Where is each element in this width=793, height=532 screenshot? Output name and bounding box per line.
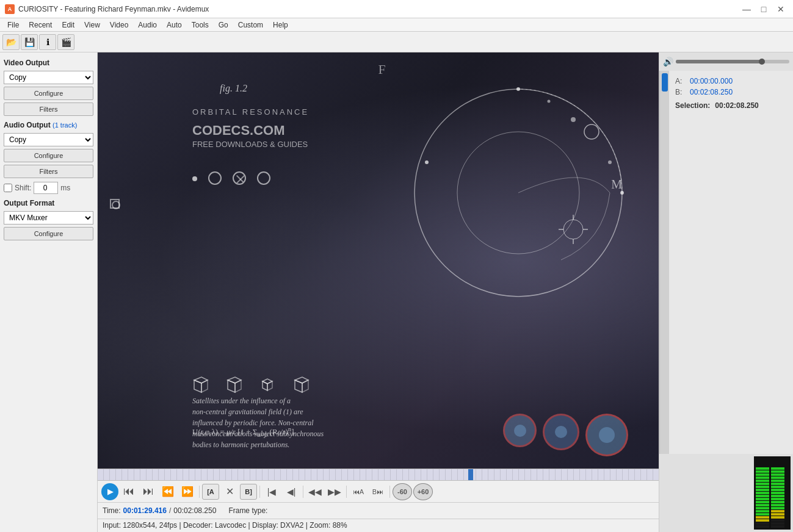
prev-frame-button[interactable]: ◀◀ xyxy=(306,483,324,500)
video-output-dropdown[interactable]: Copy Mpeg4 AVC Mpeg4 ASP xyxy=(4,71,93,84)
svg-marker-17 xyxy=(228,380,235,392)
svg-marker-15 xyxy=(194,377,208,383)
fast-forward-button[interactable]: ⏭ xyxy=(139,483,158,500)
film-reels xyxy=(503,414,628,456)
menu-auto[interactable]: Auto xyxy=(162,20,187,31)
video-preview[interactable]: F fig. 1.2 ORBITAL RESONANCE CODECS.COM … xyxy=(98,52,659,469)
menu-recent[interactable]: Recent xyxy=(24,20,57,31)
segment-button[interactable]: 🎬 xyxy=(57,34,74,50)
shift-label: Shift: xyxy=(15,184,31,192)
svg-marker-22 xyxy=(267,381,272,390)
minus60-button[interactable]: -60 xyxy=(393,483,412,500)
svg-point-6 xyxy=(571,117,576,122)
video-filters-button[interactable]: Filters xyxy=(4,102,93,116)
titlebar-controls: — □ ✕ xyxy=(739,2,788,16)
volume-icon: 🔊 xyxy=(663,57,673,66)
prev-key-button[interactable]: ◀| xyxy=(282,483,300,500)
output-configure-button[interactable]: Configure xyxy=(4,227,93,240)
a-time-row: A: 00:00:00.000 xyxy=(675,76,787,87)
play-button[interactable]: ▶ xyxy=(101,483,118,500)
audio-configure-button[interactable]: Configure xyxy=(4,149,93,162)
menu-custom[interactable]: Custom xyxy=(233,20,268,31)
next-frame-button[interactable]: ▶▶ xyxy=(325,483,344,500)
svg-point-8 xyxy=(548,100,551,103)
menu-video[interactable]: Video xyxy=(105,20,133,31)
titlebar: A CURIOSITY - Featuring Richard Feynman.… xyxy=(0,0,793,18)
vu-channel-2 xyxy=(771,467,784,528)
scroll-thumb[interactable] xyxy=(662,73,668,92)
symbol-row xyxy=(192,171,270,185)
circle-diagram xyxy=(396,71,628,315)
svg-point-1 xyxy=(457,132,579,254)
plus60-button[interactable]: +60 xyxy=(413,483,433,500)
orbital-title: ORBITAL RESONANCE xyxy=(192,107,309,117)
save-button[interactable]: 💾 xyxy=(21,34,38,50)
info-button[interactable]: ℹ xyxy=(39,34,56,50)
minimize-button[interactable]: — xyxy=(739,2,754,16)
separator-3 xyxy=(303,486,303,498)
m-letter: M xyxy=(611,178,622,192)
audio-filters-button[interactable]: Filters xyxy=(4,165,93,178)
clear-button[interactable]: ✕ xyxy=(220,483,239,500)
playhead[interactable] xyxy=(468,469,473,480)
shift-row: Shift: ms xyxy=(4,182,93,194)
close-button[interactable]: ✕ xyxy=(773,2,788,16)
menu-file[interactable]: File xyxy=(2,20,24,31)
formula-text: U(r,φ,λ) = μ/r [1 + Σn=0 (R₀/r)n] xyxy=(192,425,294,438)
output-format-dropdown[interactable]: MKV Muxer MP4 Muxer AVI Muxer xyxy=(4,211,93,225)
svg-marker-16 xyxy=(201,380,208,392)
shift-checkbox[interactable] xyxy=(4,184,12,192)
menu-tools[interactable]: Tools xyxy=(187,20,214,31)
svg-point-26 xyxy=(112,201,120,209)
go-start-button[interactable]: |◀ xyxy=(263,483,281,500)
titlebar-left: A CURIOSITY - Featuring Richard Feynman.… xyxy=(5,4,209,14)
mark-b-button[interactable]: B] xyxy=(240,484,257,500)
menu-go[interactable]: Go xyxy=(214,20,233,31)
svg-marker-20 xyxy=(263,381,267,390)
step-forward-button[interactable]: ⏩ xyxy=(178,483,197,500)
track-info: (1 track) xyxy=(53,121,77,129)
audio-output-dropdown[interactable]: Copy AAC MP3 xyxy=(4,133,93,146)
volume-slider[interactable] xyxy=(676,60,789,63)
vu-channel-1 xyxy=(756,467,769,528)
video-canvas: F fig. 1.2 ORBITAL RESONANCE CODECS.COM … xyxy=(98,52,659,469)
svg-marker-14 xyxy=(194,380,201,392)
svg-marker-21 xyxy=(263,379,272,384)
video-configure-button[interactable]: Configure xyxy=(4,87,93,100)
volume-control: 🔊 xyxy=(659,52,793,71)
menubar: File Recent Edit View Video Audio Auto T… xyxy=(0,18,793,32)
shift-input[interactable] xyxy=(34,182,58,194)
rewind-button[interactable]: ⏮ xyxy=(120,483,138,500)
codecs-sub: FREE DOWNLOADS & GUIDES xyxy=(192,140,308,149)
playback-timeline[interactable] xyxy=(98,469,659,481)
menu-audio[interactable]: Audio xyxy=(133,20,162,31)
time-label: Time: xyxy=(103,506,121,515)
video-output-title: Video Output xyxy=(4,59,93,67)
timeline-background xyxy=(98,469,659,480)
menu-edit[interactable]: Edit xyxy=(57,20,79,31)
separator-5 xyxy=(389,486,390,498)
mark-a-button[interactable]: [A xyxy=(202,484,219,500)
svg-marker-18 xyxy=(228,377,241,383)
go-a-button[interactable]: ⏮A xyxy=(349,483,368,500)
vu-meter xyxy=(754,456,791,530)
go-b-button[interactable]: B⏭ xyxy=(369,483,387,500)
b-time-row: B: 00:02:08.250 xyxy=(675,87,787,98)
controls-row: ▶ ⏮ ⏭ ⏪ ⏩ [A ✕ B] |◀ ◀| ◀◀ ▶▶ ⏮A B⏭ -60 … xyxy=(98,481,659,503)
vu-meter-container xyxy=(659,454,793,532)
menu-view[interactable]: View xyxy=(79,20,105,31)
open-button[interactable]: 📂 xyxy=(2,34,20,50)
volume-fill xyxy=(676,60,761,63)
f-letter: F xyxy=(378,62,386,77)
right-content: A: 00:00:00.000 B: 00:02:08.250 Selectio… xyxy=(659,71,793,454)
maximize-button[interactable]: □ xyxy=(756,2,771,16)
svg-point-7 xyxy=(608,160,612,164)
step-back-button[interactable]: ⏪ xyxy=(159,483,177,500)
selection-value: 00:02:08.250 xyxy=(715,101,758,110)
menu-help[interactable]: Help xyxy=(268,20,293,31)
window-title: CURIOSITY - Featuring Richard Feynman.mk… xyxy=(18,5,209,13)
video-container: F fig. 1.2 ORBITAL RESONANCE CODECS.COM … xyxy=(98,52,659,532)
volume-knob[interactable] xyxy=(759,59,765,65)
right-scrollbar[interactable] xyxy=(659,71,669,454)
audio-output-title: Audio Output (1 track) xyxy=(4,121,93,129)
